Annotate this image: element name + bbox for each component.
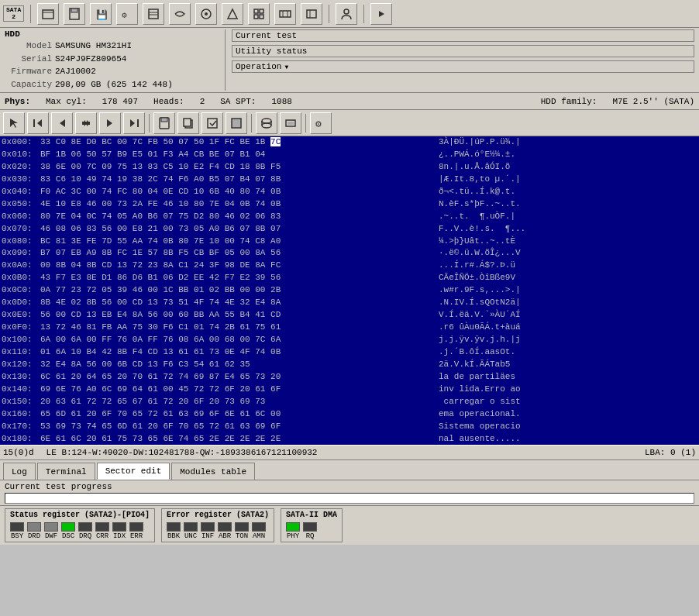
toolbar-btn-4[interactable]: ⚙ xyxy=(116,3,138,25)
hex-row[interactable]: 0x060:80 7E 04 0C 74 05 A0 B6 07 75 D2 8… xyxy=(0,211,699,223)
reg-group-status: Status register (SATA2)-[PIO4]BSYDRDDWFD… xyxy=(5,508,155,542)
hex-row[interactable]: 0x0E0:56 00 CD 13 EB E4 8A 56 00 60 BB A… xyxy=(0,309,699,322)
tb2-cursor[interactable] xyxy=(3,112,25,134)
hex-bytes[interactable]: 4E 10 E8 46 00 73 2A FE 46 10 80 7E 04 0… xyxy=(40,198,436,211)
hex-bytes[interactable]: 69 6E 76 A0 6C 69 64 61 00 45 72 72 6F 2… xyxy=(40,384,436,396)
hex-bytes[interactable]: 80 7E 04 0C 74 05 A0 B6 07 75 D2 80 46 0… xyxy=(40,211,436,223)
hex-bytes[interactable]: 43 F7 E3 8E D1 86 D6 B1 06 D2 EE 42 F7 E… xyxy=(40,272,436,284)
reg-group-sata-dma: SATA-II DMAPHYRQ xyxy=(281,508,343,542)
hex-bytes[interactable]: 56 00 CD 13 EB E4 8A 56 00 60 BB AA 55 B… xyxy=(40,309,436,322)
reg-item-amn: AMN xyxy=(252,522,266,540)
tab-log[interactable]: Log xyxy=(3,463,36,480)
tb2-nav[interactable] xyxy=(75,112,97,134)
tb2-save[interactable] xyxy=(153,112,175,134)
tb2-write[interactable] xyxy=(201,112,223,134)
hex-row[interactable]: 0x030:83 C6 10 49 74 19 38 2C 74 F6 A0 B… xyxy=(0,174,699,186)
hex-bytes[interactable]: 32 E4 8A 56 00 6B CD 13 F6 C3 54 61 62 3… xyxy=(40,359,436,371)
svg-rect-36 xyxy=(232,119,241,128)
tb2-fill[interactable] xyxy=(226,112,247,134)
toolbar-btn-3[interactable]: 💾 xyxy=(90,3,112,25)
reg-led-phy xyxy=(286,522,300,532)
toolbar-btn-1[interactable] xyxy=(37,3,59,25)
tb2-next[interactable] xyxy=(99,112,121,134)
hex-row[interactable]: 0x0A0:00 8B 04 8B CD 13 72 23 8A C1 24 3… xyxy=(0,260,699,272)
hex-row[interactable]: 0x160:65 6D 61 20 6F 70 65 72 61 63 69 6… xyxy=(0,408,699,421)
progress-bar-outer xyxy=(5,493,694,504)
max-cyl-label: Max cyl: xyxy=(46,97,87,106)
toolbar-btn-5[interactable] xyxy=(143,3,164,25)
reg-led-drq xyxy=(78,522,92,532)
toolbar-btn-9[interactable] xyxy=(248,3,270,25)
hex-row[interactable]: 0x110:01 6A 10 B4 42 8B F4 CD 13 61 61 7… xyxy=(0,346,699,359)
hex-bytes[interactable]: 38 6E 00 7C 09 75 13 83 C5 10 E2 F4 CD 1… xyxy=(40,161,436,174)
tab-sector-edit[interactable]: Sector edit xyxy=(97,463,170,480)
hex-row[interactable]: 0x090:B7 07 EB A9 8B FC 1E 57 8B F5 CB B… xyxy=(0,247,699,260)
hex-editor[interactable]: 0x000:33 C0 8E D0 BC 00 7C FB 50 07 50 1… xyxy=(0,136,699,445)
tab-modules-table[interactable]: Modules table xyxy=(171,463,255,480)
toolbar-btn-8[interactable] xyxy=(222,3,243,25)
toolbar-btn-arrow[interactable] xyxy=(370,3,392,25)
hex-row[interactable]: 0x170:53 69 73 74 65 6D 61 20 6F 70 65 7… xyxy=(0,421,699,433)
hex-row[interactable]: 0x0F0:13 72 46 81 FB AA 75 30 F6 C1 01 7… xyxy=(0,322,699,334)
svg-point-20 xyxy=(344,9,349,14)
hex-bytes[interactable]: B7 07 EB A9 8B FC 1E 57 8B F5 CB BF 05 0… xyxy=(40,247,436,260)
hex-ascii: 8n.|.u.Å.âÓI.õ xyxy=(436,161,510,174)
tb2-settings[interactable]: ⚙ xyxy=(310,112,332,134)
hex-bytes[interactable]: 83 C6 10 49 74 19 38 2C 74 F6 A0 B5 07 B… xyxy=(40,174,436,186)
hex-row[interactable]: 0x040:F0 AC 3C 00 74 FC 80 04 0E CD 10 6… xyxy=(0,186,699,198)
tab-terminal[interactable]: Terminal xyxy=(37,463,95,480)
hex-row[interactable]: 0x150:20 63 61 72 72 65 67 61 72 20 6F 2… xyxy=(0,396,699,408)
tb2-prev[interactable] xyxy=(51,112,73,134)
hex-row[interactable]: 0x120:32 E4 8A 56 00 6B CD 13 F6 C3 54 6… xyxy=(0,359,699,371)
hex-bytes[interactable]: BF 1B 06 50 57 B9 E5 01 F3 A4 CB BE 07 B… xyxy=(40,149,436,161)
hex-ascii: j.j.ÿv.ÿv.j.h.|j xyxy=(436,334,521,346)
operation-dropdown[interactable]: ▼ xyxy=(284,64,288,71)
hex-bytes[interactable]: 13 72 46 81 FB AA 75 30 F6 C1 01 74 2B 6… xyxy=(40,322,436,334)
hex-row[interactable]: 0x020:38 6E 00 7C 09 75 13 83 C5 10 E2 F… xyxy=(0,161,699,174)
reg-led-amn xyxy=(252,522,266,532)
hex-row[interactable]: 0x0D0:8B 4E 02 8B 56 00 CD 13 73 51 4F 7… xyxy=(0,297,699,309)
toolbar-btn-2[interactable] xyxy=(64,3,85,25)
hex-bytes[interactable]: 33 C0 8E D0 BC 00 7C FB 50 07 50 1F FC B… xyxy=(40,136,436,149)
hex-bytes[interactable]: 46 08 06 83 56 00 E8 21 00 73 05 A0 B6 0… xyxy=(40,223,436,236)
hex-row[interactable]: 0x140:69 6E 76 A0 6C 69 64 61 00 45 72 7… xyxy=(0,384,699,396)
hex-row[interactable]: 0x070:46 08 06 83 56 00 E8 21 00 73 05 A… xyxy=(0,223,699,236)
hex-bytes[interactable]: 6A 00 6A 00 FF 76 0A FF 76 08 6A 00 68 0… xyxy=(40,334,436,346)
tb2-last[interactable] xyxy=(123,112,145,134)
utility-status-box: Utility status xyxy=(232,45,694,57)
hex-row[interactable]: 0x010:BF 1B 06 50 57 B9 E5 01 F3 A4 CB B… xyxy=(0,149,699,161)
tb2-first[interactable] xyxy=(27,112,49,134)
hex-addr: 0x170: xyxy=(0,421,40,433)
hex-bytes[interactable]: F0 AC 3C 00 74 FC 80 04 0E CD 10 6B 40 8… xyxy=(40,186,436,198)
hex-addr: 0x080: xyxy=(0,236,40,248)
hex-row[interactable]: 0x100:6A 00 6A 00 FF 76 0A FF 76 08 6A 0… xyxy=(0,334,699,346)
hex-bytes[interactable]: 53 69 73 74 65 6D 61 20 6F 70 65 72 61 6… xyxy=(40,421,436,433)
hex-row[interactable]: 0x050:4E 10 E8 46 00 73 2A FE 46 10 80 7… xyxy=(0,198,699,211)
hex-bytes[interactable]: 20 63 61 72 72 65 67 61 72 20 6F 20 73 6… xyxy=(40,396,436,408)
hex-bytes[interactable]: 6E 61 6C 20 61 75 73 65 6E 74 65 2E 2E 2… xyxy=(40,433,436,446)
hex-row[interactable]: 0x080:BC 81 3E FE 7D 55 AA 74 0B 80 7E 1… xyxy=(0,236,699,248)
toolbar-btn-6[interactable] xyxy=(169,3,191,25)
hex-row[interactable]: 0x000:33 C0 8E D0 BC 00 7C FB 50 07 50 1… xyxy=(0,136,699,149)
toolbar-btn-10[interactable] xyxy=(274,3,296,25)
hex-row[interactable]: 0x180:6E 61 6C 20 61 75 73 65 6E 74 65 2… xyxy=(0,433,699,446)
hex-row[interactable]: 0x0C0:0A 77 23 72 05 39 46 00 1C BB 01 0… xyxy=(0,284,699,297)
hex-bytes[interactable]: BC 81 3E FE 7D 55 AA 74 0B 80 7E 10 00 7… xyxy=(40,236,436,248)
hex-bytes[interactable]: 0A 77 23 72 05 39 46 00 1C BB 01 02 BB 0… xyxy=(40,284,436,297)
tb2-disk[interactable] xyxy=(256,112,277,134)
hex-row[interactable]: 0x130:6C 61 20 64 65 20 70 61 72 74 69 8… xyxy=(0,371,699,384)
toolbar-btn-person[interactable] xyxy=(336,3,357,25)
hex-bytes[interactable]: 01 6A 10 B4 42 8B F4 CD 13 61 61 73 0E 4… xyxy=(40,346,436,359)
tb2-block[interactable] xyxy=(280,112,301,134)
hex-bytes[interactable]: 6C 61 20 64 65 20 70 61 72 74 69 87 E4 6… xyxy=(40,371,436,384)
hex-addr: 0x050: xyxy=(0,198,40,211)
toolbar-btn-11[interactable] xyxy=(301,3,322,25)
tb2-copy[interactable] xyxy=(177,112,199,134)
svg-point-9 xyxy=(205,12,208,15)
hex-bytes[interactable]: 8B 4E 02 8B 56 00 CD 13 73 51 4F 74 4E 3… xyxy=(40,297,436,309)
toolbar-btn-7[interactable] xyxy=(195,3,217,25)
hex-row[interactable]: 0x0B0:43 F7 E3 8E D1 86 D6 B1 06 D2 EE 4… xyxy=(0,272,699,284)
hex-bytes[interactable]: 65 6D 61 20 6F 70 65 72 61 63 69 6F 6E 6… xyxy=(40,408,436,421)
hex-bytes[interactable]: 00 8B 04 8B CD 13 72 23 8A C1 24 3F 98 D… xyxy=(40,260,436,272)
reg-name-amn: AMN xyxy=(253,532,265,540)
